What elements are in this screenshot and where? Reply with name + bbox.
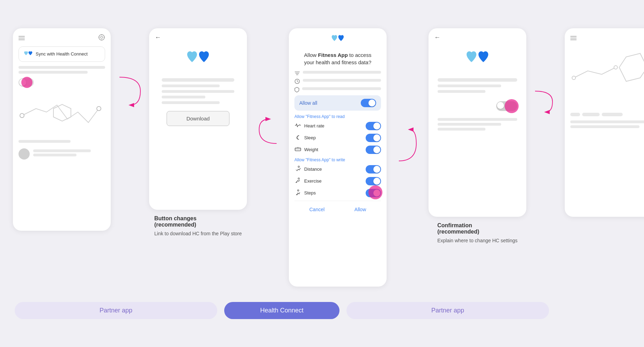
hamburger-icon[interactable] <box>19 36 25 40</box>
exercise-label: Exercise <box>304 178 322 184</box>
hc-logo-screen3 <box>329 34 346 48</box>
chart-area-screen1 <box>19 91 105 136</box>
screen4-description: Confirmation(recommended) Explain where … <box>437 222 518 244</box>
sleep-toggle[interactable] <box>366 134 381 142</box>
hc-double-heart-screen4 <box>462 48 493 73</box>
distance-label: Distance <box>304 167 322 172</box>
svg-line-16 <box>297 81 298 82</box>
skeleton-screen5-bottom <box>570 120 644 128</box>
arrow-col-1 <box>116 28 144 287</box>
skeleton-group-screen2 <box>162 78 234 104</box>
label-health-connect: Health Connect <box>224 302 339 319</box>
hc-sync-label: Sync with Health Connect <box>36 51 88 57</box>
arrow-col-4 <box>532 28 559 287</box>
allow-all-row[interactable]: Allow all <box>294 95 381 111</box>
exercise-toggle[interactable] <box>366 177 381 185</box>
dialog-buttons: Cancel Allow <box>294 201 381 215</box>
allow-all-label: Allow all <box>299 100 317 106</box>
exercise-icon <box>294 178 301 185</box>
stat-tags-screen5 <box>570 113 644 116</box>
app-name-bold: Fitness App <box>318 52 348 58</box>
svg-point-6 <box>20 113 24 118</box>
distance-icon <box>294 166 301 173</box>
svg-point-22 <box>298 190 299 191</box>
time-row <box>294 79 381 84</box>
list-lines <box>33 149 105 158</box>
screen5-header <box>570 34 644 42</box>
skeleton-group-screen4 <box>438 78 517 93</box>
sleep-label: Sleep <box>304 135 316 140</box>
screen3-phone: Allow Fitness App to accessyour health a… <box>289 28 387 287</box>
hc-double-heart-screen2 <box>182 48 214 73</box>
stat-tag-2 <box>582 113 600 116</box>
permission-title: Allow Fitness App to accessyour health a… <box>294 51 381 66</box>
svg-point-7 <box>97 106 101 111</box>
distance-item[interactable]: Distance <box>294 165 381 174</box>
arrow-2-svg <box>252 116 280 157</box>
heart-rate-icon <box>294 123 301 130</box>
weight-toggle[interactable] <box>366 146 381 154</box>
sleep-icon <box>294 134 301 141</box>
run-icon-distance <box>295 166 301 171</box>
route-svg-screen5 <box>570 46 644 109</box>
screen2-desc-title: Button changes(recommended) <box>154 215 242 228</box>
arrow-1-svg <box>116 74 144 109</box>
run-icon-exercise <box>295 178 301 183</box>
pink-dot-screen4 <box>505 99 519 113</box>
list-avatar <box>19 148 30 160</box>
sleep-item[interactable]: Sleep <box>294 134 381 142</box>
filter-icon <box>294 71 300 76</box>
steps-item[interactable]: Steps <box>294 189 381 197</box>
stat-tag-1 <box>570 113 580 116</box>
heart-rate-item[interactable]: Heart rate <box>294 122 381 130</box>
steps-label: Steps <box>304 190 316 195</box>
skeleton-group-2 <box>19 140 105 143</box>
steps-icon <box>294 190 301 197</box>
steps-icon-svg <box>295 190 301 195</box>
cancel-button[interactable]: Cancel <box>302 204 332 215</box>
weight-icon <box>294 147 301 153</box>
back-arrow-screen2[interactable]: ← <box>155 34 161 41</box>
hc-sync-row[interactable]: Sync with Health Connect <box>19 46 105 62</box>
route-line-1 <box>19 91 105 136</box>
heartrate-waveform-icon <box>295 123 301 128</box>
hamburger-icon-screen5[interactable] <box>570 36 577 40</box>
skeleton-group-screen4b <box>438 118 517 131</box>
allow-all-toggle[interactable] <box>361 99 376 107</box>
screen2-description: Button changes(recommended) Link to down… <box>154 215 242 237</box>
svg-point-21 <box>298 178 299 179</box>
shield-icon <box>294 87 299 93</box>
stat-tag-3 <box>602 113 623 116</box>
screen4-header: ← <box>434 34 521 41</box>
list-item-row-1 <box>19 148 105 160</box>
heart-rate-label: Heart rate <box>304 123 324 128</box>
label-cell-partner-2: Partner app <box>339 294 556 319</box>
hc-logo-small <box>23 50 33 58</box>
skeleton-group-1 <box>19 66 105 74</box>
gear-icon[interactable] <box>98 34 105 42</box>
pink-dot-screen3 <box>368 185 382 199</box>
svg-point-0 <box>99 35 104 40</box>
label-cell-hc: Health Connect <box>224 294 339 319</box>
svg-marker-31 <box>619 53 644 81</box>
weight-item[interactable]: Weight <box>294 146 381 154</box>
screen2-phone: ← Download <box>149 28 247 210</box>
screen4-desc-text: Explain where to change HC settings <box>437 237 518 244</box>
download-button[interactable]: Download <box>167 111 229 126</box>
shield-row <box>294 87 381 93</box>
filter-row <box>294 71 381 76</box>
allow-button[interactable]: Allow <box>347 204 373 215</box>
exercise-item[interactable]: Exercise <box>294 177 381 185</box>
back-arrow-screen4[interactable]: ← <box>434 34 440 41</box>
hc-logo-large-screen2 <box>155 48 241 73</box>
write-section-label: Allow "Fitness App" to write <box>294 157 381 162</box>
heart-rate-toggle[interactable] <box>366 122 381 130</box>
distance-toggle[interactable] <box>366 165 381 174</box>
labels-row: Partner app Health Connect Partner app <box>8 294 636 319</box>
arrow-4-svg <box>532 84 559 119</box>
svg-point-1 <box>101 36 103 38</box>
svg-point-33 <box>614 66 617 69</box>
arrow-col-3 <box>395 28 423 287</box>
scale-icon <box>295 147 301 152</box>
arrow-col-2 <box>252 28 280 287</box>
